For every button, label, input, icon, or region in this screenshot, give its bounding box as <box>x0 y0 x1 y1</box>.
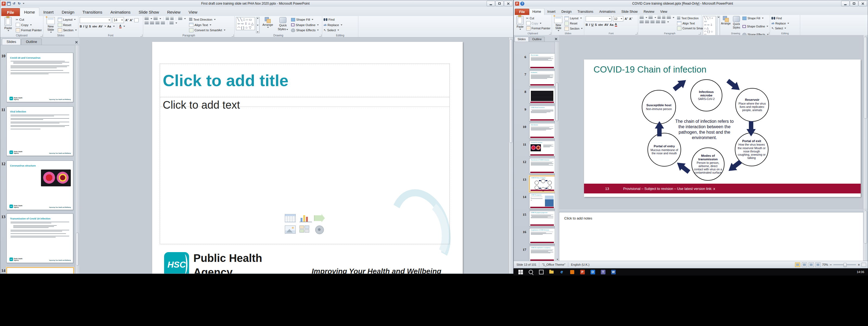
slideshow-view-button[interactable] <box>815 263 820 267</box>
slide-thumbnail-9[interactable]: COVID 19 and Coronavirus <box>529 106 555 121</box>
italic-button[interactable]: I <box>83 25 84 28</box>
underline-button[interactable]: U <box>86 25 88 28</box>
reading-view-button[interactable] <box>809 263 814 267</box>
align-center-icon[interactable] <box>150 22 154 25</box>
circle-susceptible-host[interactable]: Susceptible host Non-immune person <box>642 90 676 124</box>
new-slide-button[interactable]: New Slide <box>553 16 563 31</box>
convert-smartart-button[interactable]: Convert to SmartArt <box>189 28 225 33</box>
cut-button[interactable]: ✂Cut <box>16 17 42 22</box>
new-slide-button[interactable]: New Slide <box>45 17 57 33</box>
tab-home[interactable]: Home <box>20 8 39 16</box>
drawing-dialog-launcher[interactable] <box>319 34 321 37</box>
panel-tab-slides[interactable]: Slides <box>2 38 21 45</box>
titlebar-right[interactable]: P ? COVID Core training slideset.pptx [R… <box>514 0 868 7</box>
align-left-icon[interactable] <box>145 22 149 25</box>
tab-view[interactable]: View <box>657 8 670 15</box>
bold-button[interactable]: B <box>80 25 82 28</box>
insert-smartart-icon[interactable] <box>314 214 325 222</box>
search-button[interactable] <box>528 269 534 275</box>
clipboard-dialog-launcher[interactable] <box>40 34 42 37</box>
slide-scrollbar[interactable] <box>863 35 868 209</box>
shadow-button[interactable]: S <box>595 23 597 26</box>
shape-outline-button[interactable]: Shape Outline <box>742 24 769 29</box>
task-view-button[interactable] <box>538 269 545 275</box>
help-icon[interactable]: ? <box>520 2 524 6</box>
slide-thumbnail-13[interactable]: Transmission of Covid 19 infection HSC P… <box>6 214 73 263</box>
change-case-button[interactable]: Aa <box>610 23 614 26</box>
align-center-icon[interactable] <box>645 20 649 24</box>
minimize-button[interactable] <box>841 1 849 6</box>
tab-animations[interactable]: Animations <box>596 8 618 15</box>
circle-infectious-microbe[interactable]: Infectious microbe SARS-CoV-2 <box>690 79 722 111</box>
character-spacing-button[interactable]: AV <box>604 23 608 26</box>
tab-view[interactable]: View <box>184 8 201 16</box>
insert-media-icon[interactable] <box>315 225 324 234</box>
file-explorer-button[interactable] <box>548 269 555 275</box>
shape-fill-button[interactable]: Shape Fill <box>742 16 769 20</box>
shadow-button[interactable]: S <box>89 25 91 28</box>
align-text-button[interactable]: Align Text <box>189 23 225 27</box>
justify-icon[interactable] <box>656 20 660 24</box>
slide-thumbnail-7[interactable]: Introduction <box>529 71 555 86</box>
numbering-icon[interactable] <box>154 17 158 20</box>
outlook-taskbar-button[interactable]: O <box>589 269 596 275</box>
layout-button[interactable]: Layout <box>58 17 77 22</box>
font-dialog-launcher[interactable] <box>140 34 143 37</box>
paste-button[interactable]: Paste <box>515 16 525 30</box>
tab-design[interactable]: Design <box>58 8 79 16</box>
title-placeholder[interactable]: Click to add title <box>160 63 450 97</box>
normal-view-button[interactable] <box>795 263 800 267</box>
find-button[interactable]: Find <box>323 17 342 22</box>
tab-transitions[interactable]: Transitions <box>575 8 596 15</box>
paragraph-dialog-launcher[interactable] <box>699 32 701 34</box>
bold-button[interactable]: B <box>586 23 588 26</box>
notes-splitter[interactable] <box>559 210 863 212</box>
close-button[interactable] <box>859 1 867 6</box>
paste-button[interactable]: Paste <box>2 17 14 31</box>
grow-font-button[interactable]: Aˆ <box>625 17 628 20</box>
tab-insert[interactable]: Insert <box>545 8 558 15</box>
panel-tab-outline[interactable]: Outline <box>529 37 545 42</box>
quick-styles-button[interactable]: QuickStyles <box>732 16 741 29</box>
slide-thumbnail-12[interactable]: Transmission of COVID 19 infection <box>529 158 555 174</box>
arrange-button[interactable]: Arrange <box>721 16 731 25</box>
character-spacing-button[interactable]: AV <box>98 25 102 28</box>
fit-to-window-button[interactable] <box>862 263 866 267</box>
insert-clipart-icon[interactable] <box>300 225 310 233</box>
text-direction-button[interactable]: Text Direction <box>189 17 225 22</box>
tab-insert[interactable]: Insert <box>39 8 58 16</box>
theme-name[interactable]: "1_Office Theme" <box>539 263 568 266</box>
shape-fill-button[interactable]: Shape Fill <box>291 17 319 22</box>
language-indicator[interactable]: English (U.K.) <box>568 263 592 266</box>
insert-chart-icon[interactable] <box>300 214 312 222</box>
redo-icon[interactable]: ↻ <box>17 2 21 6</box>
font-dialog-launcher[interactable] <box>635 32 638 34</box>
font-size-input[interactable]: 14 <box>113 17 124 23</box>
columns-icon[interactable] <box>661 20 665 24</box>
shrink-font-button[interactable]: Aˇ <box>629 17 632 20</box>
media-app-button[interactable] <box>569 269 575 275</box>
zoom-slider-knob[interactable] <box>844 263 846 267</box>
shapes-gallery[interactable]: ╲ ╲ □ ○ ▭ ⇦ ⇨ ⇩ ⌂ △ ◠ { } ☆ ▽ <box>236 17 255 30</box>
circle-modes-of-transmission[interactable]: Modes of transmission Person to person, … <box>691 147 724 181</box>
format-painter-button[interactable]: Format Painter <box>16 28 42 33</box>
tab-review[interactable]: Review <box>163 8 184 16</box>
panel-scrollbar[interactable] <box>75 45 80 274</box>
undo-icon[interactable]: ↺ <box>12 2 16 6</box>
quick-styles-button[interactable]: Quick Styles <box>276 17 290 31</box>
find-button[interactable]: Find <box>771 16 789 20</box>
select-button[interactable]: ↖Select <box>771 26 789 30</box>
arrange-button[interactable]: Arrange <box>261 17 275 28</box>
insert-picture-icon[interactable] <box>285 225 296 234</box>
tab-file[interactable]: File <box>515 9 529 15</box>
teams-taskbar-button[interactable]: T <box>600 269 606 275</box>
slide-thumbnail-11[interactable]: Coronavirus structure <box>529 141 555 157</box>
word-taskbar-button[interactable]: W <box>610 269 617 275</box>
drawing-dialog-launcher[interactable] <box>767 32 769 34</box>
zoom-out-button[interactable]: − <box>830 263 832 267</box>
tab-animations[interactable]: Animations <box>106 8 134 16</box>
change-case-button[interactable]: Aa <box>107 25 111 28</box>
font-size-input[interactable]: 12 <box>613 16 623 22</box>
replace-button[interactable]: abReplace <box>771 21 789 26</box>
paragraph-dialog-launcher[interactable] <box>231 34 234 37</box>
